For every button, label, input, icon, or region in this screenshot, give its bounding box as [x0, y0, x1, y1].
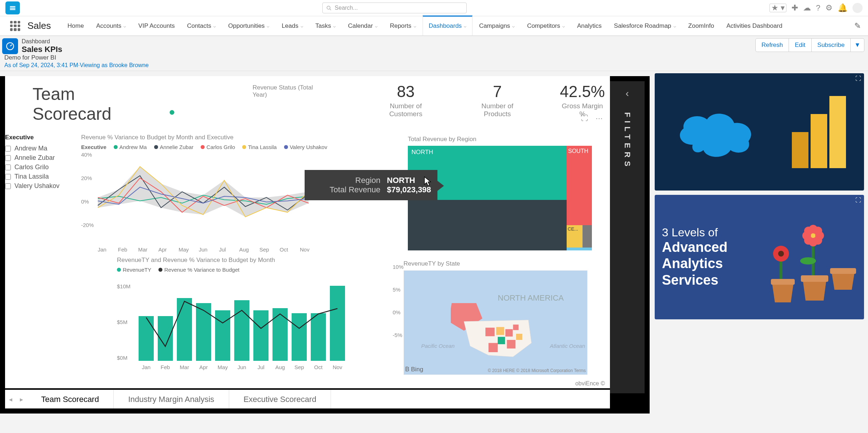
kpi-1: 7Number of Products [471, 83, 524, 118]
powerbi-canvas: Team Scorecard Revenue Status (Total Yea… [5, 76, 610, 388]
svg-rect-5 [505, 329, 512, 336]
combo-bar-chart[interactable]: $0M$5M$10M JanFebMarAprMayJunJulAugSepOc… [117, 274, 348, 372]
add-icon[interactable]: ✚ [791, 3, 798, 13]
exec-checkbox-valery-ushakov[interactable]: Valery Ushakov [5, 182, 60, 190]
nav-competitors[interactable]: Competitors⌵ [521, 16, 571, 36]
variance-chart-title: Revenue % Variance to Budget by Month an… [81, 134, 327, 141]
dashboard-asof[interactable]: As of Sep 24, 2024, 3:41 PM·Viewing as B… [4, 62, 149, 69]
report-tab-team-scorecard[interactable]: Team Scorecard [27, 390, 114, 408]
report-tab-industry-margin-analysis[interactable]: Industry Margin Analysis [114, 390, 229, 408]
exec-checkbox-tina-lassila[interactable]: Tina Lassila [5, 173, 60, 180]
svg-rect-27 [830, 268, 856, 274]
global-search[interactable]: Search... [322, 3, 467, 13]
map-label-na: NORTH AMERICA [498, 294, 564, 302]
subscribe-button[interactable]: Subscribe [812, 38, 851, 52]
report-tabs: ◂▸ Team ScorecardIndustry Margin Analysi… [5, 390, 610, 408]
nav-analytics[interactable]: Analytics [571, 16, 607, 36]
map-chart[interactable]: RevenueTY by State 10%5%0%-5% [404, 260, 599, 375]
svg-rect-26 [801, 275, 828, 282]
nav-zoominfo[interactable]: ZoomInfo [682, 16, 720, 36]
filters-collapse-icon[interactable]: ‹ [610, 81, 645, 106]
legend-andrew-ma[interactable]: Andrew Ma [114, 144, 147, 150]
app-badge[interactable] [5, 1, 20, 14]
dashboard-header: Dashboard Sales KPIs Demo for Power BI A… [0, 36, 868, 71]
edit-nav-icon[interactable]: ✎ [854, 21, 861, 31]
app-nav: Sales HomeAccounts⌵VIP AccountsContacts⌵… [0, 16, 868, 36]
nav-leads[interactable]: Leads⌵ [276, 16, 309, 36]
treemap-strip[interactable] [567, 248, 592, 250]
tabs-next-icon[interactable]: ▸ [16, 390, 27, 408]
legend-valery-ushakov[interactable]: Valery Ushakov [284, 144, 327, 150]
help-icon[interactable]: ? [816, 3, 820, 13]
nav-campaigns[interactable]: Campaigns⌵ [473, 16, 520, 36]
revenue-status-dot [170, 110, 174, 115]
svg-rect-4 [496, 327, 504, 335]
widget-cloud-bars[interactable]: ⛶ [655, 73, 864, 191]
svg-rect-9 [513, 325, 519, 330]
legend-annelie-zubar[interactable]: Annelie Zubar [154, 144, 193, 150]
kpi-2: 42.5%Gross Margin % [560, 83, 605, 118]
more-actions-dropdown[interactable]: ▼ [851, 38, 864, 52]
more-options-icon[interactable]: ⋯ [596, 114, 603, 123]
svg-line-1 [330, 9, 331, 10]
edit-button[interactable]: Edit [789, 38, 811, 52]
legend-carlos-grilo[interactable]: Carlos Grilo [201, 144, 235, 150]
nav-calendar[interactable]: Calendar⌵ [342, 16, 383, 36]
app-name: Sales [27, 20, 51, 31]
powerbi-bars-icon [792, 96, 846, 168]
treemap-south[interactable]: SOUTH [567, 146, 592, 225]
treemap-region-2[interactable] [408, 200, 567, 250]
svg-point-23 [814, 227, 822, 235]
report-title: Team Scorecard [32, 84, 148, 124]
report-attribution: obviEnce © [575, 380, 605, 387]
treemap-other[interactable] [583, 225, 592, 248]
combo-chart-title: RevenueTY and Revenue % Variance to Budg… [117, 257, 348, 264]
tooltip-key-region: Region [312, 176, 380, 185]
setup-gear-icon[interactable]: ⚙ [825, 3, 833, 13]
report-tab-executive-scorecard[interactable]: Executive Scorecard [229, 390, 331, 408]
global-topbar: Search... ★ ▾ ✚ ☁ ? ⚙ 🔔 [0, 0, 868, 16]
map-label-atlantic: Atlantic Ocean [550, 343, 585, 349]
exec-checkbox-annelie-zubar[interactable]: Annelie Zubar [5, 154, 60, 162]
favorites-dropdown[interactable]: ★ ▾ [769, 4, 786, 12]
exec-checkbox-carlos-grilo[interactable]: Carlos Grilo [5, 163, 60, 171]
legend-revty: RevenueTY [123, 267, 151, 273]
nav-accounts[interactable]: Accounts⌵ [90, 16, 132, 36]
filters-pane[interactable]: ‹ FILTERS [610, 81, 645, 393]
cursor-icon [424, 176, 432, 189]
svg-point-13 [778, 251, 784, 257]
salesforce-cloud-icon [673, 105, 759, 159]
record-type: Dashboard [22, 38, 62, 45]
salesforce-icon[interactable]: ☁ [803, 3, 811, 13]
dashboard-icon [2, 38, 18, 54]
focus-mode-icon[interactable]: ⛶ [581, 114, 588, 123]
nav-reports[interactable]: Reports⌵ [384, 16, 422, 36]
variance-line-chart[interactable]: JanFebMarAprMayJunJulAugSepOctNov 40%20%… [81, 152, 312, 253]
widget-analytics-services[interactable]: ⛶ 3 Levels of Advanced Analytics Service… [655, 195, 864, 319]
nav-home[interactable]: Home [62, 16, 90, 36]
tabs-prev-icon[interactable]: ◂ [5, 390, 16, 408]
expand-icon[interactable]: ⛶ [855, 75, 861, 82]
expand-icon[interactable]: ⛶ [855, 197, 861, 204]
nav-opportunities[interactable]: Opportunities⌵ [222, 16, 275, 36]
nav-dashboards[interactable]: Dashboards⌵ [423, 16, 473, 35]
nav-activities-dashboard[interactable]: Activities Dashboard [721, 16, 788, 36]
refresh-button[interactable]: Refresh [755, 38, 789, 52]
nav-vip-accounts[interactable]: VIP Accounts [132, 16, 180, 36]
flower-pots-illustration [763, 210, 857, 304]
nav-salesforce-roadmap[interactable]: Salesforce Roadmap⌵ [608, 16, 682, 36]
nav-contacts[interactable]: Contacts⌵ [181, 16, 222, 36]
treemap-central[interactable]: CE... [567, 225, 583, 248]
tooltip-key-revenue: Total Revenue [312, 185, 380, 194]
dashboard-actions: Refresh Edit Subscribe ▼ [755, 38, 864, 52]
notifications-bell-icon[interactable]: 🔔 [838, 3, 847, 13]
treemap-title: Total Revenue by Region [408, 136, 592, 143]
avatar[interactable] [852, 3, 863, 13]
exec-checkbox-andrew-ma[interactable]: Andrew Ma [5, 145, 60, 152]
nav-tasks[interactable]: Tasks⌵ [310, 16, 341, 36]
app-launcher-icon[interactable] [10, 21, 20, 31]
widget2-line2: Advanced Analytics Services [662, 239, 759, 289]
search-placeholder: Search... [335, 5, 358, 11]
kpi-0: 83Number of Customers [377, 83, 435, 118]
legend-tina-lassila[interactable]: Tina Lassila [242, 144, 276, 150]
